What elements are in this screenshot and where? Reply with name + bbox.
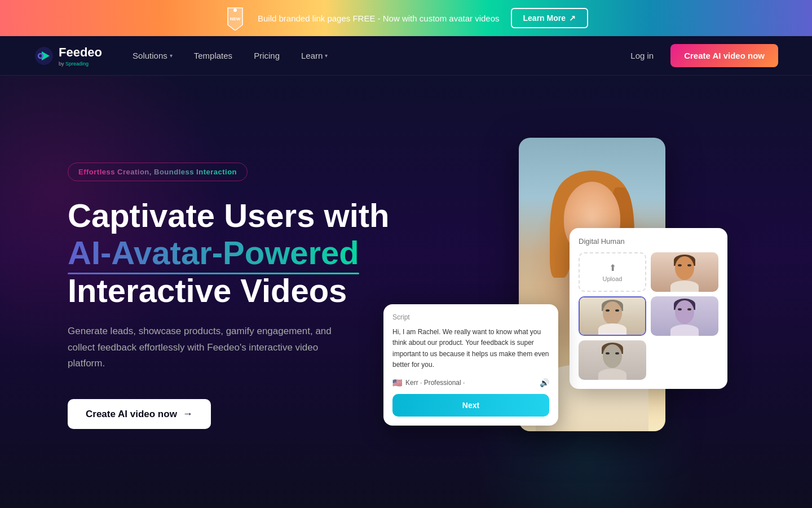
learn-more-button[interactable]: Learn More ↗	[511, 8, 588, 28]
create-video-nav-label: Create AI video now	[684, 51, 765, 60]
pricing-nav-item[interactable]: Pricing	[246, 46, 288, 65]
dh-avatar-1[interactable]	[651, 252, 718, 292]
create-video-nav-button[interactable]: Create AI video now	[670, 44, 778, 67]
pricing-label: Pricing	[254, 51, 280, 60]
tag-icon: NEW	[224, 6, 246, 30]
dh-avatar-4-shoulders	[598, 369, 626, 380]
script-next-label: Next	[462, 401, 479, 410]
hero-subtitle: Generate leads, showcase products, gamif…	[68, 323, 338, 373]
logo-icon	[34, 46, 54, 66]
hero-content-left: Effortless Creation, Boundless Interacti…	[68, 163, 406, 430]
navbar: Feedeo by Spreading Solutions ▾ Template…	[0, 36, 812, 76]
dh-avatar-3-shoulders	[670, 325, 699, 336]
script-card-text: Hi, I am Rachel. We really want to know …	[392, 327, 549, 370]
script-voice-info: 🇺🇸 Kerr · Professional ·	[392, 378, 465, 387]
dh-avatar-4-oval	[603, 344, 622, 368]
upload-label: Upload	[603, 275, 623, 282]
digital-human-card: Digital Human ⬆ Upload	[570, 228, 727, 389]
voice-name: Kerr · Professional ·	[405, 379, 465, 387]
dh-avatar-4-eyes	[606, 352, 619, 354]
logo-link[interactable]: Feedeo by Spreading	[34, 45, 102, 67]
banner-text: Build branded link pages FREE - Now with…	[258, 14, 500, 23]
dh-avatar-4[interactable]	[579, 340, 646, 380]
login-label: Log in	[630, 51, 654, 60]
dh-avatar-2-shoulders	[598, 323, 626, 335]
dh-avatar-grid: ⬆ Upload	[579, 252, 718, 380]
hero-cta-arrow-icon: →	[183, 408, 193, 420]
dh-avatar-3-eyes	[678, 308, 691, 310]
script-card-label: Script	[392, 313, 549, 321]
learn-chevron-icon: ▾	[325, 52, 328, 59]
dh-avatar-2[interactable]	[579, 296, 646, 336]
dh-upload-slot[interactable]: ⬆ Upload	[579, 252, 646, 292]
hero-section: Effortless Creation, Boundless Interacti…	[0, 76, 812, 508]
solutions-chevron-icon: ▾	[170, 52, 173, 59]
learn-nav-item[interactable]: Learn ▾	[293, 46, 336, 65]
login-button[interactable]: Log in	[623, 46, 661, 65]
flag-icon: 🇺🇸	[392, 378, 402, 387]
solutions-label: Solutions	[133, 51, 167, 60]
templates-label: Templates	[194, 51, 232, 60]
upload-icon: ⬆	[609, 262, 616, 273]
script-next-button[interactable]: Next	[392, 394, 549, 417]
logo-spreading: Spreading	[65, 61, 89, 67]
hero-cta-button[interactable]: Create AI video now →	[68, 399, 211, 429]
dh-avatar-1-oval	[675, 256, 694, 280]
script-voice-row: 🇺🇸 Kerr · Professional · 🔊	[392, 378, 549, 387]
dh-card-title: Digital Human	[579, 237, 718, 246]
nav-links: Solutions ▾ Templates Pricing Learn ▾	[125, 46, 623, 65]
volume-icon[interactable]: 🔊	[540, 378, 549, 387]
hero-title-line2: AI-Avatar-Powered	[68, 234, 359, 272]
nav-actions: Log in Create AI video now	[623, 44, 778, 67]
learn-more-label: Learn More	[523, 14, 566, 23]
templates-nav-item[interactable]: Templates	[186, 46, 240, 65]
dh-avatar-1-eyes	[678, 264, 691, 266]
logo-text: Feedeo	[59, 45, 102, 60]
hero-title: Captivate Users with AI-Avatar-Powered I…	[68, 197, 406, 310]
logo-by: by Spreading	[59, 61, 102, 67]
svg-text:NEW: NEW	[230, 16, 241, 21]
learn-label: Learn	[301, 51, 323, 60]
dh-avatar-3[interactable]	[651, 296, 718, 336]
script-card: Script Hi, I am Rachel. We really want t…	[383, 304, 558, 426]
dh-avatar-2-eyes	[606, 309, 619, 312]
dh-avatar-3-oval	[675, 300, 694, 324]
dh-avatar-1-shoulders	[670, 281, 699, 292]
solutions-nav-item[interactable]: Solutions ▾	[125, 46, 180, 65]
hero-visual-right: Digital Human ⬆ Upload	[406, 138, 744, 454]
svg-point-0	[233, 8, 237, 12]
dh-avatar-2-oval	[603, 301, 622, 325]
learn-more-arrow: ↗	[569, 14, 576, 23]
hero-cta-label: Create AI video now	[86, 409, 177, 420]
hero-tagline-badge: Effortless Creation, Boundless Interacti…	[68, 163, 248, 181]
hero-tagline-text: Effortless Creation, Boundless Interacti…	[78, 168, 237, 176]
hero-title-line3: Interactive Videos	[68, 272, 347, 309]
top-banner: NEW Build branded link pages FREE - Now …	[0, 0, 812, 36]
hero-title-line1: Captivate Users with	[68, 197, 390, 234]
